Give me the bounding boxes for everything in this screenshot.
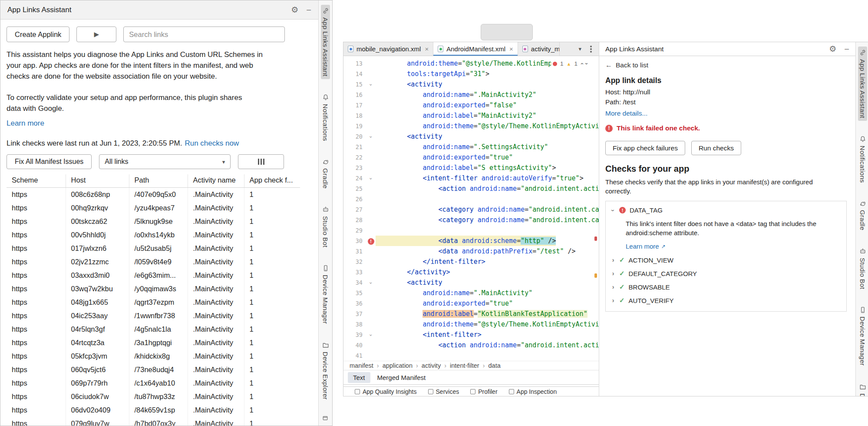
code-line[interactable]: 18 android:label="MainActivity2" bbox=[343, 110, 599, 121]
code-line[interactable]: 14 tools:targetApi="31"> bbox=[343, 69, 599, 79]
table-row[interactable]: https06ciudok7w/tu87hwp33z.MainActivity1 bbox=[7, 390, 300, 403]
tool-strip-item[interactable]: Studio Bot bbox=[858, 245, 867, 292]
column-options-button[interactable] bbox=[238, 154, 284, 169]
table-row[interactable]: https060qv5jct6/73ne8udqj4.MainActivity1 bbox=[7, 363, 300, 376]
table-row[interactable]: https079g9luv7w/h7bd07ox3y.MainActivity1 bbox=[7, 417, 300, 426]
tool-strip-item[interactable]: Device Explorer bbox=[321, 339, 330, 402]
column-header[interactable]: Activity name bbox=[188, 174, 244, 188]
breadcrumb-item[interactable]: manifest bbox=[350, 362, 373, 369]
tool-window-button[interactable]: App Inspection bbox=[509, 388, 557, 395]
check-item[interactable]: ›✓AUTO_VERIFY bbox=[611, 296, 841, 304]
code-line[interactable]: 25 <action android:name="android.intent.… bbox=[343, 183, 599, 194]
code-line[interactable]: 16 android:name=".MainActivity2" bbox=[343, 90, 599, 100]
panel-settings-gear-icon[interactable]: ⚙ bbox=[829, 45, 836, 53]
table-row[interactable]: https00v5hhld0j/o0xhs14ykb.MainActivity1 bbox=[7, 228, 300, 242]
code-line[interactable]: 29 bbox=[343, 225, 599, 236]
check-item[interactable]: ›✓BROWSABLE bbox=[611, 283, 841, 291]
tool-strip-item[interactable]: Studio Bot bbox=[321, 203, 330, 250]
table-row[interactable]: https05kfcp3jvm/khidckix8g.MainActivity1 bbox=[7, 349, 300, 363]
breadcrumb-item[interactable]: data bbox=[488, 362, 501, 369]
code-line[interactable]: 28 <category android:name="android.inten… bbox=[343, 215, 599, 225]
fold-icon[interactable]: › bbox=[366, 83, 376, 87]
learn-more-link[interactable]: Learn more bbox=[7, 119, 44, 128]
close-icon[interactable]: × bbox=[425, 45, 429, 53]
breadcrumb-item[interactable]: intent-filter bbox=[450, 362, 479, 369]
table-row[interactable]: https04rtcqtz3a/3a1hgptqgi.MainActivity1 bbox=[7, 336, 300, 349]
tool-strip-item[interactable]: App Links Assistant bbox=[858, 47, 867, 121]
back-to-list-link[interactable]: ← Back to list bbox=[605, 61, 849, 69]
code-line[interactable]: 20› <activity bbox=[343, 131, 599, 142]
code-line[interactable]: 17 android:exported="false" bbox=[343, 100, 599, 110]
code-line[interactable]: 23 android:label="S ettingsActivity"> bbox=[343, 163, 599, 173]
links-filter-dropdown[interactable]: All links ▾ bbox=[99, 154, 231, 169]
check-item[interactable]: ›✓DEFAULT_CATEGORY bbox=[611, 270, 841, 277]
code-line[interactable]: 21 android:name=".SettingsActivity" bbox=[343, 142, 599, 152]
error-stripe[interactable] bbox=[594, 56, 598, 361]
column-header[interactable]: App check f... bbox=[244, 174, 300, 188]
tool-strip-item[interactable]: Notifications bbox=[321, 91, 330, 144]
check-item-data-tag[interactable]: › ! DATA_TAG bbox=[611, 206, 841, 214]
code-line[interactable]: 24› <intent-filter android:autoVerify="t… bbox=[343, 173, 599, 183]
tool-strip-item[interactable]: Device Explorer bbox=[858, 381, 867, 396]
code-line[interactable]: 26 bbox=[343, 194, 599, 204]
table-row[interactable]: https048jg1x665/qgrt37ezpm.MainActivity1 bbox=[7, 296, 300, 309]
panel-minimize-icon[interactable]: − bbox=[844, 45, 849, 53]
tool-strip-item[interactable]: Gradle bbox=[321, 156, 330, 191]
editor-mode-tab[interactable]: Merged Manifest bbox=[372, 372, 431, 383]
tool-strip-item[interactable]: App Links Assistant bbox=[321, 5, 330, 79]
next-issue-icon[interactable]: › bbox=[583, 63, 590, 65]
settings-gear-icon[interactable]: ⚙ bbox=[291, 6, 298, 14]
warning-stripe-mark[interactable] bbox=[594, 273, 597, 278]
editor-mode-tab[interactable]: Text bbox=[348, 372, 370, 383]
code-line[interactable]: 40 <action android:name="android.intent.… bbox=[343, 340, 599, 350]
tool-window-button[interactable]: Services bbox=[428, 388, 459, 395]
code-line[interactable]: 32 </intent-filter> bbox=[343, 256, 599, 267]
table-row[interactable]: https06dv02o409/84k659v1sp.MainActivity1 bbox=[7, 403, 300, 417]
table-row[interactable]: https03wq7w2kbu/y0qqimaw3s.MainActivity1 bbox=[7, 282, 300, 296]
table-row[interactable]: https069p7r79rh/c1x64yab10.MainActivity1 bbox=[7, 376, 300, 390]
table-row[interactable]: https008c6z68np/407e09q5x0.MainActivity1 bbox=[7, 188, 300, 201]
code-line[interactable]: 31 <data android:pathPrefix="/test" /> bbox=[343, 246, 599, 256]
create-applink-button[interactable]: Create Applink bbox=[7, 27, 69, 42]
code-line[interactable]: 15› <activity bbox=[343, 79, 599, 90]
column-header[interactable]: Host bbox=[66, 174, 129, 188]
code-line[interactable]: 41 bbox=[343, 350, 599, 361]
code-line[interactable]: 19 android:theme="@style/Theme.KotlinEmp… bbox=[343, 121, 599, 131]
tool-window-button[interactable]: Profiler bbox=[470, 388, 497, 395]
search-links-input[interactable] bbox=[123, 27, 285, 42]
editor-tab[interactable]: AndroidManifest.xml× bbox=[433, 42, 518, 56]
tool-strip-item[interactable]: Gradle bbox=[858, 197, 867, 233]
code-line[interactable]: 22 android:exported="true" bbox=[343, 152, 599, 163]
table-row[interactable]: https03axxd3mi0/e6g63mim....MainActivity… bbox=[7, 269, 300, 282]
error-stripe-mark[interactable] bbox=[594, 236, 597, 241]
fold-icon[interactable]: › bbox=[366, 135, 376, 139]
code-line[interactable]: 35 android:name=".MainActivity" bbox=[343, 288, 599, 298]
tool-window-button[interactable]: App Quality Insights bbox=[355, 388, 417, 395]
editor-tab[interactable]: mobile_navigation.xml× bbox=[343, 42, 433, 56]
window-layout-icon[interactable] bbox=[322, 415, 329, 422]
table-row[interactable]: https04r5lqn3gf/4g5nalc1la.MainActivity1 bbox=[7, 323, 300, 336]
editor-tab[interactable]: activity_m bbox=[518, 42, 560, 56]
minimize-icon[interactable]: − bbox=[306, 6, 311, 14]
run-link-button[interactable]: ▶ bbox=[76, 27, 116, 42]
code-line[interactable]: 34› <activity bbox=[343, 277, 599, 288]
code-editor[interactable]: 13 android:theme="@style/Theme.KotlinEmp… bbox=[343, 56, 599, 361]
column-header[interactable]: Scheme bbox=[7, 174, 66, 188]
table-row[interactable]: https04ic253aay/1wwnfbr738.MainActivity1 bbox=[7, 309, 300, 323]
more-options-icon[interactable] bbox=[590, 48, 592, 50]
table-row[interactable]: https017jwlxzn6/u5t2usab5j.MainActivity1 bbox=[7, 242, 300, 255]
run-checks-now-link[interactable]: Run checks now bbox=[185, 139, 239, 148]
breadcrumb-item[interactable]: application bbox=[383, 362, 413, 369]
table-row[interactable]: https00hq9zrkqv/yzu4kpeas7.MainActivity1 bbox=[7, 201, 300, 215]
code-line[interactable]: 36 android:exported="true" bbox=[343, 298, 599, 309]
more-details-link[interactable]: More details... bbox=[605, 110, 647, 117]
table-row[interactable]: https02jv21zzmc/l059v8t4e9.MainActivity1 bbox=[7, 255, 300, 269]
code-line[interactable]: 33 </activity> bbox=[343, 267, 599, 277]
code-line[interactable]: 30! <data android:scheme="http" /> bbox=[343, 236, 599, 246]
code-line[interactable]: 27 <category android:name="android.inten… bbox=[343, 204, 599, 215]
tool-strip-item[interactable]: Device Manager bbox=[858, 304, 867, 368]
check-item[interactable]: ›✓ACTION_VIEW bbox=[611, 256, 841, 264]
fix-app-check-failures-button[interactable]: Fix app check failures bbox=[605, 141, 685, 155]
fold-icon[interactable]: › bbox=[366, 281, 376, 285]
close-icon[interactable]: × bbox=[509, 45, 513, 53]
